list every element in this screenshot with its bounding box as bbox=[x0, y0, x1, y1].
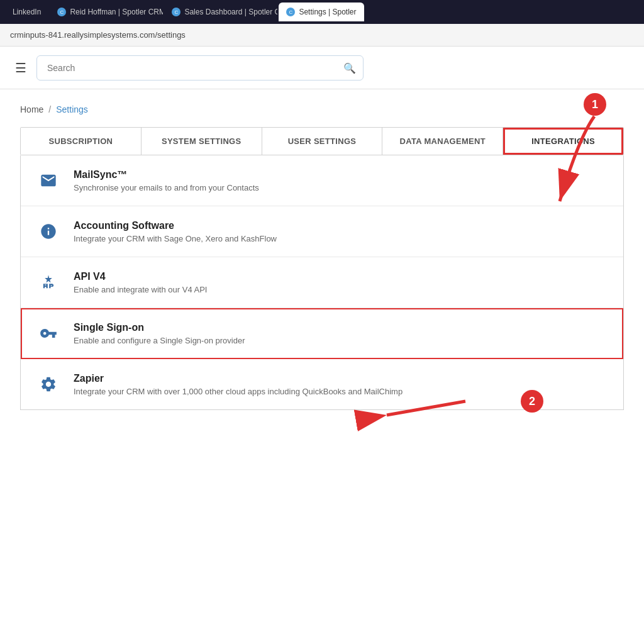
accounting-title: Accounting Software bbox=[74, 220, 608, 231]
tab-sales[interactable]: C Sales Dashboard | Spotler CRM bbox=[164, 3, 277, 21]
tab-icon: C bbox=[172, 8, 180, 16]
sso-icon bbox=[36, 321, 61, 346]
zapier-icon bbox=[36, 372, 61, 397]
accounting-desc: Integrate your CRM with Sage One, Xero a… bbox=[74, 234, 608, 243]
hamburger-menu[interactable]: ☰ bbox=[15, 62, 26, 74]
integration-accounting[interactable]: Accounting Software Integrate your CRM w… bbox=[21, 206, 623, 257]
integration-mailsync[interactable]: MailSync™ Synchronise your emails to and… bbox=[21, 155, 623, 206]
integrations-panel: MailSync™ Synchronise your emails to and… bbox=[20, 155, 624, 410]
tab-settings[interactable]: C Settings | Spotler bbox=[279, 3, 364, 21]
main-content: Home / Settings SUBSCRIPTION SYSTEM SETT… bbox=[0, 89, 644, 425]
address-bar: crminputs-841.reallysimplesystems.com/se… bbox=[0, 24, 644, 47]
settings-tabs: SUBSCRIPTION SYSTEM SETTINGS USER SETTIN… bbox=[20, 127, 624, 155]
api-text: API V4 Enable and integrate with our V4 … bbox=[74, 271, 608, 294]
breadcrumb-separator: / bbox=[48, 104, 51, 114]
breadcrumb-home[interactable]: Home bbox=[20, 104, 43, 114]
mailsync-title: MailSync™ bbox=[74, 169, 608, 180]
tab-label: Reid Hoffman | Spotler CRM bbox=[70, 8, 163, 16]
app-header: ☰ 🔍 bbox=[0, 47, 644, 89]
api-title: API V4 bbox=[74, 271, 608, 282]
accounting-text: Accounting Software Integrate your CRM w… bbox=[74, 220, 608, 243]
address-text: crminputs-841.reallysimplesystems.com/se… bbox=[10, 30, 186, 40]
tab-label: LinkedIn bbox=[13, 8, 41, 16]
tab-integrations[interactable]: INTEGRATIONS bbox=[503, 128, 623, 155]
sso-desc: Enable and configure a Single Sign-on pr… bbox=[74, 336, 608, 345]
tab-reid[interactable]: C Reid Hoffman | Spotler CRM bbox=[50, 3, 163, 21]
mailsync-text: MailSync™ Synchronise your emails to and… bbox=[74, 169, 608, 192]
breadcrumb-current: Settings bbox=[56, 104, 88, 114]
api-desc: Enable and integrate with our V4 API bbox=[74, 285, 608, 294]
api-icon bbox=[36, 270, 61, 295]
tab-subscription[interactable]: SUBSCRIPTION bbox=[21, 128, 142, 155]
search-icon: 🔍 bbox=[343, 62, 356, 74]
annotation-2: 2 bbox=[521, 390, 543, 413]
mailsync-icon bbox=[36, 168, 61, 193]
sso-title: Single Sign-on bbox=[74, 322, 608, 333]
integration-api[interactable]: API V4 Enable and integrate with our V4 … bbox=[21, 257, 623, 308]
zapier-title: Zapier bbox=[74, 373, 608, 384]
search-container: 🔍 bbox=[36, 55, 364, 80]
sso-text: Single Sign-on Enable and configure a Si… bbox=[74, 322, 608, 345]
tab-label: Settings | Spotler bbox=[299, 8, 356, 16]
breadcrumb: Home / Settings bbox=[20, 104, 624, 114]
tab-label: Sales Dashboard | Spotler CRM bbox=[184, 8, 277, 16]
annotation-1: 1 bbox=[584, 93, 606, 116]
search-input[interactable] bbox=[36, 55, 364, 80]
tab-user-settings[interactable]: USER SETTINGS bbox=[262, 128, 383, 155]
tab-icon: C bbox=[57, 8, 66, 16]
mailsync-desc: Synchronise your emails to and from your… bbox=[74, 183, 608, 192]
tab-icon: C bbox=[286, 8, 295, 16]
tab-linkedin[interactable]: LinkedIn bbox=[5, 3, 48, 21]
accounting-icon bbox=[36, 219, 61, 244]
integration-sso[interactable]: Single Sign-on Enable and configure a Si… bbox=[21, 308, 623, 359]
tab-data-management[interactable]: DATA MANAGEMENT bbox=[382, 128, 503, 155]
tab-system-settings[interactable]: SYSTEM SETTINGS bbox=[142, 128, 262, 155]
browser-bar: LinkedIn C Reid Hoffman | Spotler CRM C … bbox=[0, 0, 644, 24]
